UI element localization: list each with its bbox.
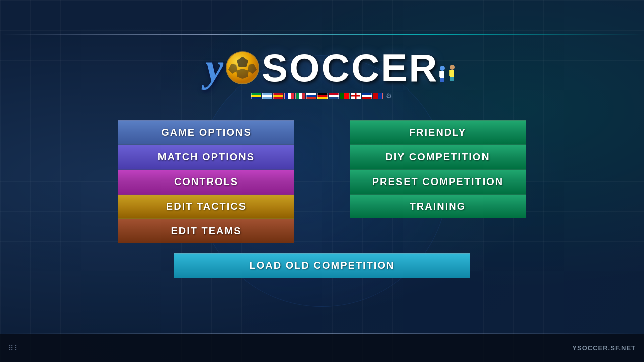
svg-rect-15 (452, 70, 454, 76)
load-old-competition-button[interactable]: LOAD OLD COMPETITION (174, 253, 470, 278)
flag-spain (273, 93, 283, 99)
svg-rect-6 (440, 66, 445, 71)
flag-germany (317, 93, 328, 99)
logo-image: y (205, 45, 438, 90)
footer-dots-icon: ⠿⠇ (8, 344, 20, 352)
flag-portugal (340, 93, 350, 99)
footer-brand: YSOCCER.SF.NET (572, 344, 636, 352)
right-menu: FRIENDLY DIY COMPETITION PRESET COMPETIT… (350, 120, 526, 218)
flag-netherlands (329, 93, 339, 99)
main-content: y (0, 0, 644, 334)
flags-row: ⚙ (251, 92, 392, 100)
logo-ball-icon (225, 51, 260, 85)
flag-extra2 (373, 93, 383, 99)
svg-rect-12 (450, 65, 455, 70)
flag-france (284, 93, 294, 99)
logo-players-icon (439, 61, 466, 88)
edit-teams-button[interactable]: EDIT TEAMS (118, 219, 294, 243)
flag-argentina (262, 93, 272, 99)
match-options-button[interactable]: MATCH OPTIONS (118, 145, 294, 170)
buttons-layout: GAME OPTIONS MATCH OPTIONS CONTROLS EDIT… (118, 120, 526, 243)
logo-y: y (205, 45, 223, 91)
svg-rect-16 (450, 77, 452, 81)
svg-rect-10 (440, 78, 442, 82)
edit-tactics-button[interactable]: EDIT TACTICS (118, 195, 294, 219)
svg-rect-14 (449, 70, 451, 76)
flag-england (351, 93, 361, 99)
training-button[interactable]: TRAINING (350, 195, 526, 218)
controls-button[interactable]: CONTROLS (118, 170, 294, 195)
footer: ⠿⠇ YSOCCER.SF.NET (0, 334, 644, 362)
logo-area: y (205, 45, 438, 100)
flag-russia (306, 93, 316, 99)
flag-extra1 (362, 93, 372, 99)
preset-competition-button[interactable]: PRESET COMPETITION (350, 170, 526, 195)
bottom-button-container: LOAD OLD COMPETITION (174, 253, 470, 278)
logo-composed: y (205, 45, 438, 90)
friendly-button[interactable]: FRIENDLY (350, 120, 526, 145)
left-menu: GAME OPTIONS MATCH OPTIONS CONTROLS EDIT… (118, 120, 294, 243)
logo-soccer: SOCCER (262, 45, 439, 91)
settings-icon: ⚙ (386, 92, 392, 100)
svg-rect-9 (442, 71, 444, 77)
game-options-button[interactable]: GAME OPTIONS (118, 120, 294, 145)
flag-brazil (251, 93, 261, 99)
svg-rect-17 (452, 77, 454, 81)
svg-rect-11 (442, 78, 444, 82)
svg-rect-8 (439, 71, 441, 77)
diy-competition-button[interactable]: DIY COMPETITION (350, 145, 526, 170)
flag-italy (295, 93, 305, 99)
